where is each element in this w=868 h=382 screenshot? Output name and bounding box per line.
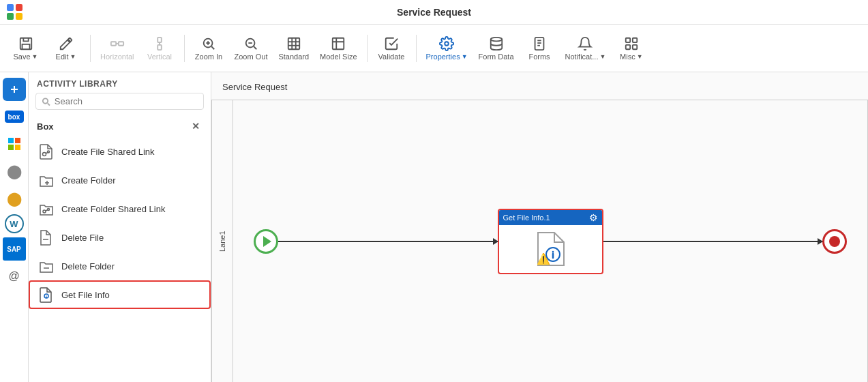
edit-button[interactable]: Edit ▼ [47, 28, 85, 69]
svg-point-42 [43, 210, 46, 213]
at-icon-btn[interactable]: @ [3, 265, 26, 288]
sidebar-item-delete-file[interactable]: Delete File [29, 223, 211, 252]
page-title: Service Request [397, 7, 471, 18]
svg-point-18 [445, 42, 449, 46]
svg-rect-26 [633, 44, 637, 48]
activity-node-body: ⚠️ [499, 225, 602, 273]
main-layout: box ⬤ ⬤ W SAP @ ACTIVITY LIBRARY Box ✕ [0, 72, 868, 382]
folder-create-icon [38, 172, 55, 188]
windows-icon-btn[interactable] [3, 132, 26, 156]
svg-rect-12 [288, 38, 300, 49]
file-link-icon [38, 143, 55, 160]
delete-folder-icon [38, 258, 55, 274]
svg-rect-5 [158, 44, 162, 49]
sidebar-header: ACTIVITY LIBRARY [29, 72, 211, 93]
misc-button[interactable]: Misc ▼ [612, 28, 650, 69]
start-arrow [263, 236, 271, 247]
box-icon-btn[interactable]: box [3, 105, 26, 128]
canvas-area: Service Request Lane1 Get File Info.1 [211, 72, 868, 382]
sidebar-item-create-file-shared-link[interactable]: Create File Shared Link [29, 137, 211, 166]
search-input[interactable] [55, 96, 198, 106]
svg-point-44 [48, 209, 50, 211]
zoom-in-button[interactable]: Zoom In [190, 28, 228, 69]
folder-link-icon [38, 201, 55, 217]
form-data-button[interactable]: Form Data [475, 28, 518, 69]
sap-icon-btn[interactable]: SAP [3, 237, 26, 261]
svg-rect-34 [15, 145, 20, 150]
properties-button[interactable]: Properties ▼ [422, 28, 472, 69]
horizontal-button[interactable]: Horizontal [96, 28, 138, 69]
activity-node-header: Get File Info.1 ⚙ [499, 210, 602, 225]
wp-icon-btn[interactable]: W [5, 214, 24, 233]
svg-point-39 [48, 151, 50, 153]
flow-end-node[interactable] [822, 229, 847, 254]
node-icon-area: ⚠️ [535, 231, 565, 267]
separator-3 [367, 35, 368, 62]
lane-label: Lane1 [218, 231, 226, 252]
svg-rect-27 [626, 44, 630, 48]
sidebar: ACTIVITY LIBRARY Box ✕ Create File Share… [29, 72, 211, 382]
vertical-button[interactable]: Vertical [141, 28, 179, 69]
canvas-label: Service Request [222, 82, 287, 92]
sidebar-item-create-folder[interactable]: Create Folder [29, 166, 211, 194]
svg-point-35 [43, 98, 48, 103]
top-bar: Service Request [0, 0, 868, 25]
sidebar-items: Create File Shared Link Create Folder Cr… [29, 137, 211, 382]
section-close-button[interactable]: ✕ [189, 119, 203, 133]
section-header: Box ✕ [29, 115, 211, 137]
sidebar-item-get-file-info[interactable]: Get File Info [29, 280, 211, 309]
circle1-icon-btn[interactable]: ⬤ [3, 160, 26, 183]
app-grid-icon[interactable] [7, 4, 23, 20]
save-button[interactable]: Save ▼ [7, 28, 44, 69]
separator-4 [416, 35, 417, 62]
svg-rect-31 [8, 138, 14, 143]
file-info-icon [38, 286, 55, 303]
delete-file-icon [38, 229, 55, 246]
flow-arrow-2 [603, 241, 823, 242]
sidebar-item-create-folder-shared-link[interactable]: Create Folder Shared Link [29, 194, 211, 223]
node-gear-icon[interactable]: ⚙ [589, 212, 598, 223]
warning-icon: ⚠️ [537, 252, 550, 265]
svg-rect-24 [626, 38, 630, 42]
search-icon [42, 97, 50, 106]
svg-rect-4 [158, 37, 162, 42]
circle2-icon-btn[interactable]: ⬤ [3, 187, 26, 210]
lane-content: Get File Info.1 ⚙ [233, 100, 867, 382]
svg-rect-2 [119, 42, 123, 46]
notifications-button[interactable]: Notificat... ▼ [561, 28, 610, 69]
flow-arrow-1 [278, 241, 498, 242]
svg-rect-17 [333, 38, 344, 49]
flow-container: Get File Info.1 ⚙ [233, 209, 867, 274]
add-icon-btn[interactable] [3, 78, 26, 101]
svg-point-19 [490, 37, 502, 41]
svg-rect-1 [111, 42, 116, 46]
svg-rect-33 [8, 145, 14, 150]
standard-button[interactable]: Standard [274, 28, 313, 69]
svg-rect-25 [633, 38, 637, 42]
zoom-out-button[interactable]: Zoom Out [230, 28, 272, 69]
activity-node[interactable]: Get File Info.1 ⚙ [498, 209, 603, 274]
forms-button[interactable]: Forms [521, 28, 558, 69]
search-box[interactable] [35, 93, 204, 110]
svg-point-37 [43, 153, 46, 156]
separator-1 [90, 35, 91, 62]
validate-button[interactable]: Validate [373, 28, 410, 69]
icon-bar: box ⬤ ⬤ W SAP @ [0, 72, 29, 382]
separator-2 [184, 35, 185, 62]
svg-rect-32 [15, 138, 20, 143]
model-size-button[interactable]: Model Size [316, 28, 361, 69]
lane: Lane1 Get File Info.1 ⚙ [211, 100, 868, 382]
flow-start-node[interactable] [254, 229, 278, 254]
sidebar-item-delete-folder[interactable]: Delete Folder [29, 252, 211, 280]
end-circle [829, 236, 840, 247]
svg-line-36 [48, 103, 50, 105]
toolbar: Save ▼ Edit ▼ Horizontal Vertical Zoom I… [0, 25, 868, 72]
